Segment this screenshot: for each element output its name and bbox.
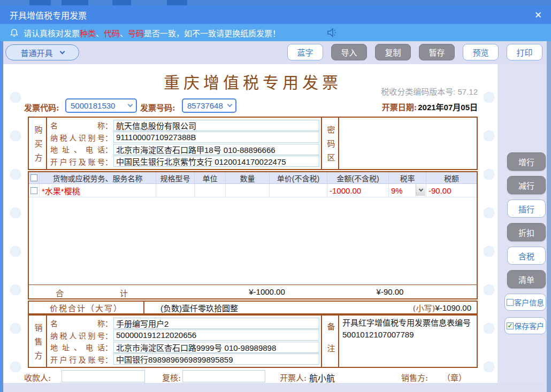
tax-code-version: 税收分类编码版本号: 57.12 bbox=[28, 86, 478, 97]
invoice-date: 开票日期: 2021年07月05日 bbox=[382, 101, 478, 112]
list-button[interactable]: 清单 bbox=[507, 270, 546, 288]
field-colon: ： bbox=[105, 354, 112, 365]
copy-button[interactable]: 复制 bbox=[375, 44, 411, 60]
field-label: 纳税人识别号 bbox=[50, 330, 105, 341]
seller-fields: 名称： 手册编写用户2 纳税人识别号： 500000191212020656 地… bbox=[47, 316, 321, 367]
sum-row: 价税合计（大写） (负数)壹仟零玖拾圆整 (小写) ¥-1090.00 bbox=[28, 301, 478, 314]
seller-address-input[interactable]: 北京市海淀区杏石口路9999号 010-98989898 bbox=[113, 342, 319, 353]
close-icon[interactable]: ✕ bbox=[532, 9, 545, 21]
buyer-taxid-input[interactable]: 91110000710927388B bbox=[113, 132, 319, 143]
issue-mode-value: 普通开具 bbox=[20, 47, 52, 58]
customer-info-button[interactable]: 客户信息 bbox=[504, 294, 546, 311]
seller-row-taxid: 纳税人识别号： 500000191212020656 bbox=[50, 329, 321, 342]
notice-bar: 请认真核对发票种类、代码、号码是否一致，如不一致请更换纸质发票！ bbox=[0, 24, 551, 41]
field-label: 纳税人识别号 bbox=[50, 132, 105, 143]
col-header-price: 单价(不含税) bbox=[270, 172, 327, 183]
background-app-strip bbox=[0, 0, 551, 5]
field-label: 名称 bbox=[50, 120, 105, 130]
invoice-code-label: 发票代码: bbox=[24, 102, 59, 113]
remark-side-label: 备注 bbox=[326, 317, 334, 366]
seller-stamp-label: 销售方: bbox=[401, 372, 428, 383]
seller-bank-input[interactable]: 中国银行8989896969899895859 bbox=[113, 353, 319, 365]
invoice-number-value: 85737648 bbox=[187, 101, 223, 110]
taxrate-dropdown-button[interactable] bbox=[416, 185, 425, 196]
field-label: 名称 bbox=[50, 318, 105, 328]
save-customer-checkbox[interactable]: ✓ bbox=[507, 322, 514, 329]
item-qty-cell[interactable] bbox=[226, 184, 270, 197]
password-side-cell: 密码区 bbox=[321, 118, 339, 169]
invoice-number-select[interactable]: 85737648 bbox=[182, 98, 236, 113]
customer-info-label: 客户信息 bbox=[514, 297, 544, 308]
item-row: *水果*樱桃 -1000.00 9% -90.00 bbox=[29, 184, 477, 197]
temp-save-button[interactable]: 暂存 bbox=[419, 44, 455, 60]
tax-included-button[interactable]: 含税 bbox=[507, 247, 546, 265]
toolbar-buttons: 蓝字 导入 复制 暂存 预览 打印 bbox=[287, 44, 542, 60]
invoice-code-select[interactable]: 5000181530 bbox=[65, 98, 137, 113]
buyer-side-label: 购买方 bbox=[34, 120, 42, 167]
item-taxrate-cell: 9% bbox=[389, 184, 426, 197]
invoice-paper: 重庆增值税专用发票 税收分类编码版本号: 57.12 发票代码: 5000181… bbox=[3, 64, 498, 383]
sum-small-value: ¥-1090.00 bbox=[435, 303, 471, 312]
item-price-cell[interactable] bbox=[270, 184, 327, 197]
invoice-code-value: 5000181530 bbox=[71, 101, 115, 110]
seller-side-label: 销售方 bbox=[34, 318, 42, 365]
issue-mode-select[interactable]: 普通开具 bbox=[5, 44, 79, 60]
seller-side-cell: 销售方 bbox=[29, 316, 47, 367]
select-all-checkbox[interactable] bbox=[30, 174, 37, 181]
item-spec-cell[interactable] bbox=[156, 184, 195, 197]
invoice-number-label: 发票号码: bbox=[140, 102, 175, 113]
seller-row-address: 地址、电话： 北京市海淀区杏石口路9999号 010-98989898 bbox=[50, 341, 321, 353]
col-header-amount: 金额(不含税) bbox=[327, 172, 389, 183]
invoice-date-label: 开票日期: bbox=[382, 101, 417, 112]
seller-taxid-input[interactable]: 500000191212020656 bbox=[113, 329, 319, 341]
field-colon: ： bbox=[105, 156, 112, 167]
preview-button[interactable]: 预览 bbox=[463, 44, 499, 60]
payee-input[interactable] bbox=[62, 370, 145, 382]
item-name-cell[interactable]: *水果*樱桃 bbox=[40, 184, 156, 197]
item-tax-cell[interactable]: -90.00 bbox=[426, 184, 477, 197]
total-label: 合计 bbox=[56, 287, 128, 298]
window-bottom-border bbox=[3, 383, 547, 392]
speaker-icon[interactable] bbox=[326, 27, 338, 38]
buyer-fields: 名称： 航天信息股份有限公司 纳税人识别号： 91110000710927388… bbox=[47, 118, 321, 169]
background-block bbox=[167, 0, 187, 5]
add-row-button[interactable]: 增行 bbox=[507, 152, 546, 171]
buyer-row-taxid: 纳税人识别号： 91110000710927388B bbox=[50, 132, 321, 144]
save-customer-button[interactable]: ✓ 保存客户 bbox=[504, 317, 546, 334]
buyer-section: 购买方 名称： 航天信息股份有限公司 纳税人识别号： 9111000071092… bbox=[28, 117, 478, 170]
dialog-title: 开具增值税专用发票 bbox=[10, 9, 87, 21]
field-colon: ： bbox=[105, 144, 112, 155]
import-button[interactable]: 导入 bbox=[331, 44, 367, 60]
remark-text: 开具红字增值税专用发票信息表编号5001012107007789 bbox=[339, 316, 477, 367]
notice-text-part: 、 bbox=[96, 27, 104, 39]
notice-text-part: 请认真核对发票 bbox=[24, 27, 80, 39]
remove-row-button[interactable]: 减行 bbox=[507, 176, 546, 194]
password-side-label: 密码区 bbox=[326, 120, 334, 167]
buyer-bank-input[interactable]: 中国民生银行北京紫竹支行 0120014170022475 bbox=[113, 156, 319, 167]
print-button[interactable]: 打印 bbox=[507, 44, 542, 60]
buyer-address-input[interactable]: 北京市海淀区杏石口路甲18号 010-88896666 bbox=[113, 144, 319, 155]
remark-side-cell: 备注 bbox=[321, 316, 339, 367]
seller-row-name: 名称： 手册编写用户2 bbox=[50, 317, 321, 329]
buyer-name-input[interactable]: 航天信息股份有限公司 bbox=[113, 120, 319, 131]
item-amount-cell[interactable]: -1000.00 bbox=[327, 184, 389, 197]
seller-name-input[interactable]: 手册编写用户2 bbox=[113, 318, 319, 329]
discount-button[interactable]: 折扣 bbox=[507, 223, 546, 241]
reviewer-input[interactable] bbox=[182, 370, 265, 382]
field-colon: ： bbox=[105, 330, 112, 341]
row-checkbox[interactable] bbox=[30, 187, 37, 194]
customer-info-checkbox[interactable] bbox=[507, 299, 514, 306]
insert-row-button[interactable]: 插行 bbox=[507, 199, 546, 218]
background-block bbox=[29, 0, 51, 5]
blue-invoice-button[interactable]: 蓝字 bbox=[287, 44, 323, 60]
col-header-spec: 规格型号 bbox=[156, 172, 195, 183]
seller-stamp-value: （章） bbox=[442, 372, 466, 383]
notice-highlight: 种类 bbox=[80, 27, 96, 39]
col-header-qty: 数量 bbox=[226, 172, 270, 183]
item-unit-cell[interactable] bbox=[195, 184, 226, 197]
reviewer-label: 复核: bbox=[162, 372, 181, 383]
notice-highlight: 代码 bbox=[104, 27, 120, 39]
sum-small: (小写) ¥-1090.00 bbox=[413, 302, 477, 313]
save-customer-label: 保存客户 bbox=[514, 320, 544, 331]
payee-label: 收款人: bbox=[24, 372, 51, 383]
